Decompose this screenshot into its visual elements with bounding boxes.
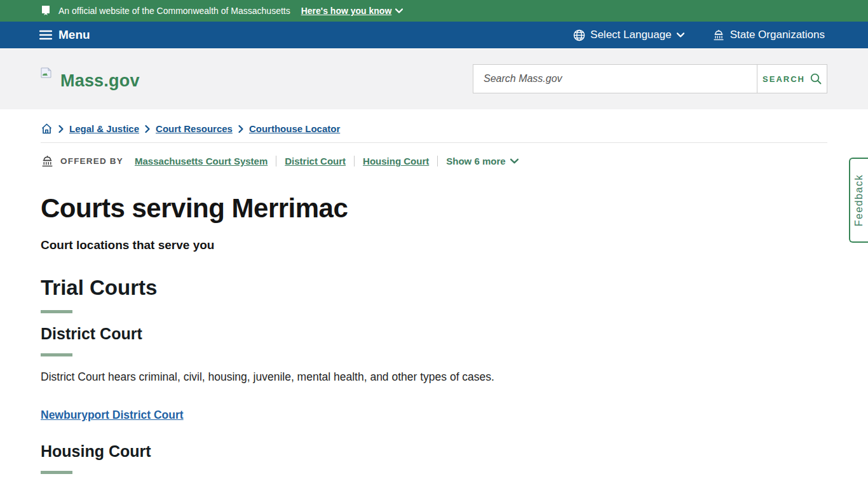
official-banner-text: An official website of the Commonwealth … bbox=[58, 6, 290, 16]
page-title: Courts serving Merrimac bbox=[41, 193, 827, 224]
globe-icon bbox=[573, 29, 585, 41]
offered-link-housing-court[interactable]: Housing Court bbox=[363, 156, 429, 166]
newburyport-district-court-link[interactable]: Newburyport District Court bbox=[41, 409, 184, 422]
chevron-right-icon bbox=[145, 125, 150, 133]
massgov-logo-text: Mass.gov bbox=[60, 71, 140, 91]
chevron-down-icon bbox=[677, 32, 684, 37]
heres-how-you-know-link[interactable]: Here's how you know bbox=[301, 6, 403, 16]
flag-icon bbox=[41, 5, 52, 17]
chevron-right-icon bbox=[58, 125, 64, 133]
show-more-button[interactable]: Show 6 more bbox=[446, 156, 518, 166]
heading-housing-court: Housing Court bbox=[41, 442, 827, 461]
main-nav: Menu Select Language State Organizations bbox=[0, 22, 868, 48]
feedback-label: Feedback bbox=[853, 174, 865, 226]
separator bbox=[276, 156, 276, 166]
state-organizations-button[interactable]: State Organizations bbox=[712, 29, 825, 41]
accent-bar bbox=[41, 353, 72, 356]
menu-label: Menu bbox=[58, 28, 90, 42]
official-banner: An official website of the Commonwealth … bbox=[0, 0, 868, 22]
accent-bar bbox=[41, 310, 72, 313]
search-input[interactable] bbox=[473, 65, 757, 93]
nav-right-group: Select Language State Organizations bbox=[573, 29, 825, 41]
select-language-button[interactable]: Select Language bbox=[573, 29, 684, 41]
breadcrumb-court-resources[interactable]: Court Resources bbox=[156, 123, 233, 134]
state-organizations-label: State Organizations bbox=[730, 29, 825, 41]
page-subtitle: Court locations that serve you bbox=[41, 238, 827, 252]
capitol-icon bbox=[712, 29, 725, 41]
section-heading-trial-courts: Trial Courts bbox=[41, 276, 827, 300]
home-icon[interactable] bbox=[41, 123, 53, 134]
offered-link-court-system[interactable]: Massachusetts Court System bbox=[135, 156, 268, 166]
district-court-description: District Court hears criminal, civil, ho… bbox=[41, 369, 827, 385]
separator bbox=[437, 156, 438, 166]
hamburger-icon bbox=[39, 30, 52, 40]
search-icon bbox=[810, 73, 822, 85]
offered-by-row: OFFERED BY Massachusetts Court System Di… bbox=[41, 155, 827, 167]
chevron-right-icon bbox=[238, 125, 243, 133]
select-language-label: Select Language bbox=[590, 29, 672, 41]
breadcrumb-divider bbox=[41, 142, 827, 143]
breadcrumb-courthouse-locator[interactable]: Courthouse Locator bbox=[249, 123, 340, 134]
breadcrumb-legal-justice[interactable]: Legal & Justice bbox=[69, 123, 139, 134]
site-header: Mass.gov SEARCH bbox=[0, 48, 868, 109]
menu-button[interactable]: Menu bbox=[39, 28, 90, 42]
broken-image-icon bbox=[41, 67, 51, 78]
accent-bar bbox=[41, 471, 72, 474]
site-search: SEARCH bbox=[473, 64, 827, 93]
capitol-icon bbox=[41, 155, 54, 167]
chevron-down-icon bbox=[395, 8, 403, 13]
massgov-logo-link[interactable]: Mass.gov bbox=[41, 67, 140, 91]
search-button[interactable]: SEARCH bbox=[757, 65, 827, 93]
separator bbox=[354, 156, 355, 166]
offered-link-district-court[interactable]: District Court bbox=[285, 156, 346, 166]
main-content: Legal & Justice Court Resources Courthou… bbox=[0, 123, 868, 488]
offered-by-label: OFFERED BY bbox=[60, 156, 123, 166]
search-button-label: SEARCH bbox=[763, 74, 805, 84]
breadcrumb: Legal & Justice Court Resources Courthou… bbox=[41, 123, 827, 134]
heading-district-court: District Court bbox=[41, 325, 827, 343]
feedback-tab[interactable]: Feedback bbox=[849, 158, 868, 243]
chevron-down-icon bbox=[510, 158, 519, 164]
